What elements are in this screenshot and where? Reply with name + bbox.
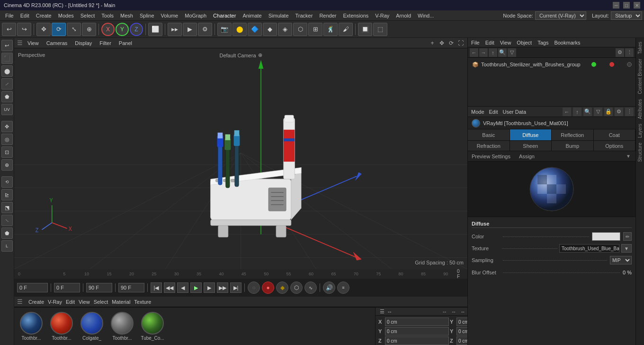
- menu-simulate[interactable]: Simulate: [265, 12, 292, 19]
- mat-view[interactable]: View: [79, 299, 90, 305]
- mat-edit[interactable]: Edit: [66, 299, 75, 305]
- menu-wind[interactable]: Wind...: [414, 12, 437, 19]
- am-dots-btn[interactable]: ⋮: [625, 108, 634, 116]
- vp-fullscreen-icon[interactable]: ⛶: [457, 39, 465, 47]
- mat-item-2[interactable]: Toothbr...: [48, 312, 75, 341]
- vt-cameras[interactable]: Cameras: [44, 40, 71, 46]
- vp-nav-icon[interactable]: +: [429, 39, 436, 47]
- close-button[interactable]: ✕: [634, 2, 640, 9]
- mat-vray[interactable]: V-Ray: [48, 299, 62, 305]
- mat-select[interactable]: Select: [94, 299, 108, 305]
- am-mode[interactable]: Mode: [470, 109, 486, 115]
- am-subtab-sheen[interactable]: Sheen: [510, 141, 552, 151]
- vt-view[interactable]: View: [25, 40, 42, 46]
- am-search-btn[interactable]: 🔍: [583, 108, 592, 116]
- ls-tool10[interactable]: L: [1, 240, 13, 252]
- mat-item-4[interactable]: Toothbr...: [109, 312, 135, 341]
- menu-arnold[interactable]: Arnold: [393, 12, 414, 19]
- move-tool-button[interactable]: ✥: [36, 23, 51, 36]
- nodespace-select[interactable]: Current (V-Ray): [535, 11, 586, 20]
- goto-start-button[interactable]: |◀: [151, 282, 162, 293]
- motion-path-button[interactable]: ⬡: [290, 281, 303, 294]
- prev-frame-button[interactable]: ◀◀: [164, 282, 175, 293]
- ls-tool9[interactable]: ⬟: [1, 227, 13, 239]
- redo-button[interactable]: ↪: [17, 23, 31, 36]
- x-axis-button[interactable]: X: [101, 23, 115, 36]
- goto-end-button[interactable]: ▶|: [230, 282, 242, 293]
- om-bookmarks[interactable]: Bookmarks: [553, 40, 581, 45]
- color-edit-button[interactable]: ✏: [623, 232, 632, 241]
- mat-material[interactable]: Material: [112, 299, 130, 305]
- om-dots-btn[interactable]: ⋮: [625, 48, 634, 57]
- menu-spline[interactable]: Spline: [136, 12, 158, 19]
- deform-tool-button[interactable]: ◈: [278, 23, 292, 36]
- y2-input[interactable]: [385, 327, 449, 336]
- om-fwd-btn[interactable]: →: [479, 48, 488, 57]
- z-axis-button[interactable]: Z: [130, 23, 143, 36]
- am-up-btn[interactable]: ↑: [573, 108, 581, 116]
- ls-uvw-btn[interactable]: UV: [1, 104, 13, 115]
- tab-layers[interactable]: Layers: [636, 122, 644, 140]
- am-edit[interactable]: Edit: [488, 109, 500, 115]
- tab-structure[interactable]: Structure: [636, 141, 644, 164]
- undo-button[interactable]: ↩: [2, 23, 16, 36]
- render-settings-button[interactable]: ⚙: [198, 23, 212, 36]
- record-button[interactable]: ●: [262, 281, 274, 294]
- am-assign-label[interactable]: Assign: [519, 154, 535, 159]
- ls-tool6[interactable]: ⊵: [1, 189, 13, 200]
- om-view[interactable]: View: [499, 40, 513, 45]
- viewport-3d[interactable]: X Y Z: [14, 48, 467, 269]
- tab-attributes[interactable]: Attributes: [636, 97, 644, 121]
- ls-tool5[interactable]: ⟲: [1, 176, 13, 188]
- am-tab-basic[interactable]: Basic: [468, 129, 510, 140]
- ls-tool1[interactable]: ✥: [1, 121, 13, 132]
- menu-character[interactable]: Character: [210, 12, 239, 19]
- am-back-btn[interactable]: ←: [563, 108, 571, 116]
- mat-texture[interactable]: Texture: [134, 299, 151, 305]
- ls-tool8[interactable]: ⟍: [1, 215, 13, 226]
- vt-menu-icon[interactable]: ☰: [17, 39, 23, 46]
- tab-content-browser[interactable]: Content Browser: [636, 57, 644, 96]
- ls-tool4[interactable]: ⊕: [1, 159, 13, 171]
- menu-create[interactable]: Create: [33, 12, 55, 19]
- timeline-ruler[interactable]: 0 5 10 15 20 25 30 35 40 45 50 55 60 65 …: [14, 269, 467, 279]
- curve-button[interactable]: ∿: [304, 281, 317, 294]
- menu-tools[interactable]: Tools: [98, 12, 117, 19]
- light-tool-button[interactable]: ⬤: [233, 23, 247, 36]
- fps-input[interactable]: [118, 283, 144, 292]
- ls-pts-btn[interactable]: ⬤: [1, 65, 13, 77]
- frame-button[interactable]: ⬜: [148, 23, 162, 36]
- vp-move-icon[interactable]: ✥: [438, 39, 446, 47]
- spline-tool-button[interactable]: ◆: [263, 23, 277, 36]
- mograph-tool-button[interactable]: ⊞: [308, 23, 322, 36]
- om-up-btn[interactable]: ↑: [489, 48, 497, 57]
- layout-select[interactable]: Startup: [611, 11, 642, 20]
- current-frame-input[interactable]: [17, 283, 48, 292]
- am-tab-coat[interactable]: Coat: [594, 129, 636, 140]
- paint-tool-button[interactable]: 🖌: [339, 23, 353, 36]
- menu-volume[interactable]: Volume: [158, 12, 182, 19]
- am-subtab-refraction[interactable]: Refraction: [468, 141, 510, 151]
- om-tags[interactable]: Tags: [536, 40, 550, 45]
- next-frame-button[interactable]: ▶▶: [217, 282, 228, 293]
- scale-tool-button[interactable]: ⤡: [67, 23, 81, 36]
- ls-tool2[interactable]: ◎: [1, 134, 13, 145]
- am-tab-diffuse[interactable]: Diffuse: [510, 129, 552, 140]
- menu-select[interactable]: Select: [77, 12, 98, 19]
- sampling-select[interactable]: MIP None SAT: [610, 256, 632, 264]
- mat-item-3[interactable]: Colgate_: [79, 312, 105, 341]
- vp-refresh-icon[interactable]: ⟳: [447, 39, 455, 47]
- x-input[interactable]: [385, 318, 449, 326]
- om-object[interactable]: Object: [515, 40, 533, 45]
- ls-tool7[interactable]: ⬔: [1, 202, 13, 213]
- ls-obj-btn[interactable]: ⬛: [1, 53, 13, 64]
- mat-menu-icon[interactable]: ☰: [17, 298, 23, 305]
- om-file[interactable]: File: [470, 40, 481, 45]
- am-lock-btn[interactable]: 🔒: [604, 108, 613, 116]
- snap-tool-button[interactable]: 🔲: [358, 23, 372, 36]
- mat-item-5[interactable]: Tube_Co...: [139, 312, 166, 341]
- tab-takes[interactable]: Takes: [636, 40, 644, 56]
- am-collapse-btn[interactable]: ▼: [626, 154, 632, 159]
- minimize-button[interactable]: ─: [613, 2, 619, 9]
- ls-edge-btn[interactable]: ⟋: [1, 78, 13, 90]
